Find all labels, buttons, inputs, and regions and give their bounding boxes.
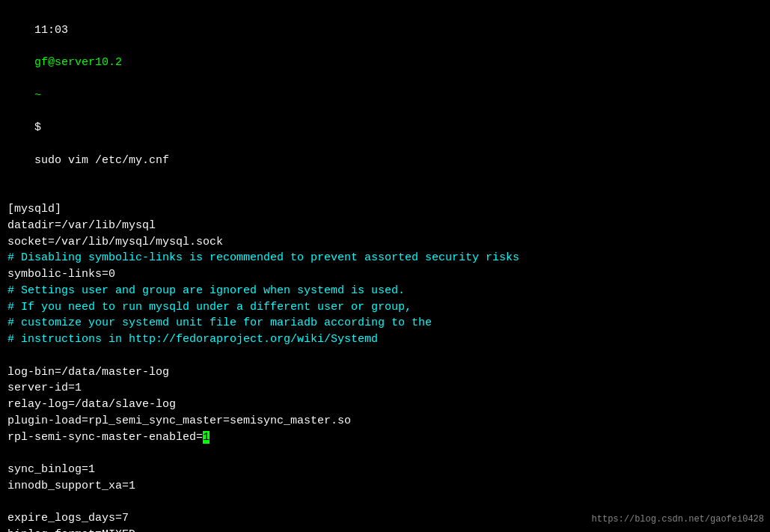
- line-comment-customize: # customize your systemd unit file for m…: [7, 315, 763, 331]
- line-innodb: innodb_support_xa=1: [7, 478, 763, 495]
- line-rplsemi: rpl-semi-sync-master-enabled=1: [7, 429, 763, 446]
- terminal-window: 11:03 gf@server10.2 ~ $ sudo vim /etc/my…: [0, 0, 770, 532]
- prompt-line: 11:03 gf@server10.2 ~ $ sudo vim /etc/my…: [7, 6, 763, 185]
- line-comment-ifyou: # If you need to run mysqld under a diff…: [7, 299, 763, 316]
- line-relaylog: relay-log=/data/slave-log: [7, 397, 763, 413]
- line-logbin: log-bin=/data/master-log: [7, 364, 763, 381]
- prompt-space2: [34, 73, 41, 85]
- line-comment-symlinks: # Disabling symbolic-links is recommende…: [7, 250, 763, 266]
- prompt-dollar: $: [34, 121, 41, 134]
- prompt-time: 11:03: [34, 24, 68, 37]
- line-binlogformat: binlog_format=MIXED: [7, 527, 763, 532]
- blank-line-4: [7, 495, 763, 511]
- blank-line-3: [7, 445, 763, 462]
- line-serverid: server-id=1: [7, 380, 763, 397]
- prompt-command: sudo vim /etc/my.cnf: [34, 154, 169, 167]
- line-symlinks: symbolic-links=0: [7, 266, 763, 283]
- prompt-space3: [34, 106, 41, 118]
- watermark: https://blog.csdn.net/gaofei0428: [592, 513, 764, 526]
- line-comment-instructions: # instructions in http://fedoraproject.o…: [7, 331, 763, 348]
- prompt-user: gf@server10.2: [34, 56, 122, 69]
- cursor: 1: [203, 431, 210, 444]
- line-syncbinlog: sync_binlog=1: [7, 462, 763, 478]
- section-mysqld: [mysqld]: [7, 201, 763, 218]
- blank-line-2: [7, 348, 763, 364]
- line-comment-settings: # Settings user and group are ignored wh…: [7, 283, 763, 299]
- line-datadir: datadir=/var/lib/mysql: [7, 218, 763, 234]
- blank-line-1: [7, 185, 763, 201]
- line-socket: socket=/var/lib/mysql/mysql.sock: [7, 234, 763, 251]
- line-pluginload: plugin-load=rpl_semi_sync_master=semisyn…: [7, 413, 763, 429]
- prompt-path: ~: [34, 89, 41, 102]
- prompt-space: [34, 40, 41, 53]
